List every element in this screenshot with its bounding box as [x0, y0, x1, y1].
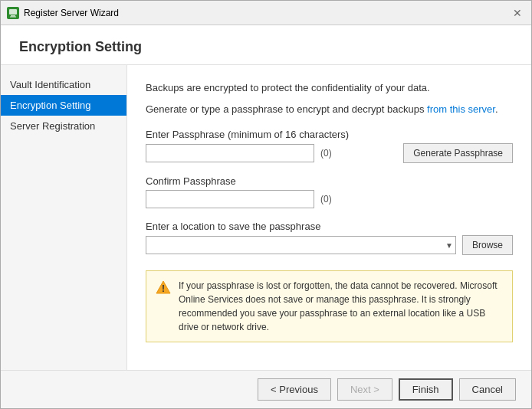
browse-button[interactable]: Browse — [462, 235, 513, 255]
cancel-button[interactable]: Cancel — [459, 378, 516, 401]
info-line-2-highlight: from this server — [427, 103, 495, 115]
svg-rect-2 — [10, 16, 16, 17]
title-bar-text: Register Server Wizard — [24, 8, 510, 18]
dialog-header: Encryption Setting — [1, 25, 531, 65]
next-button[interactable]: Next > — [337, 378, 392, 401]
generate-passphrase-button[interactable]: Generate Passphrase — [403, 143, 513, 163]
location-select[interactable] — [146, 236, 456, 254]
sidebar-item-vault-identification[interactable]: Vault Identification — [1, 74, 126, 95]
page-title: Encryption Setting — [19, 39, 513, 55]
confirm-passphrase-row: (0) — [146, 190, 513, 208]
dialog-body: Encryption Setting Vault Identification … — [1, 25, 531, 408]
sidebar-item-encryption-setting[interactable]: Encryption Setting — [1, 95, 126, 116]
main-panel: Backups are encrypted to protect the con… — [127, 65, 531, 370]
confirm-passphrase-label: Confirm Passphrase — [146, 175, 513, 187]
dialog-window: Register Server Wizard ✕ Encryption Sett… — [0, 0, 532, 409]
location-group: Enter a location to save the passphrase … — [146, 221, 513, 255]
sidebar: Vault Identification Encryption Setting … — [1, 65, 127, 370]
svg-text:!: ! — [162, 283, 165, 294]
warning-box: ! If your passphrase is lost or forgotte… — [146, 270, 513, 342]
passphrase-input[interactable] — [146, 144, 314, 162]
location-row: ▼ Browse — [146, 235, 513, 255]
finish-button[interactable]: Finish — [399, 378, 453, 401]
info-line-2-start: Generate or type a passphrase to encrypt… — [146, 103, 427, 115]
close-button[interactable]: ✕ — [510, 5, 525, 21]
svg-rect-0 — [9, 9, 17, 15]
app-icon — [7, 7, 19, 19]
confirm-passphrase-group: Confirm Passphrase (0) — [146, 175, 513, 208]
confirm-passphrase-input[interactable] — [146, 190, 314, 208]
passphrase-group: Enter Passphrase (minimum of 16 characte… — [146, 129, 513, 163]
passphrase-label: Enter Passphrase (minimum of 16 characte… — [146, 129, 513, 140]
dialog-footer: < Previous Next > Finish Cancel — [1, 370, 531, 408]
info-line-1: Backups are encrypted to protect the con… — [146, 80, 513, 96]
warning-icon: ! — [156, 280, 171, 295]
info-line-2: Generate or type a passphrase to encrypt… — [146, 102, 513, 117]
passphrase-char-count: (0) — [320, 148, 332, 159]
location-label: Enter a location to save the passphrase — [146, 221, 513, 232]
title-bar: Register Server Wizard ✕ — [1, 1, 531, 25]
previous-button[interactable]: < Previous — [258, 378, 331, 401]
sidebar-item-server-registration[interactable]: Server Registration — [1, 116, 126, 136]
confirm-char-count: (0) — [320, 194, 332, 204]
location-select-wrapper: ▼ — [146, 236, 456, 254]
passphrase-row: (0) Generate Passphrase — [146, 143, 513, 163]
warning-text: If your passphrase is lost or forgotten,… — [179, 279, 503, 334]
dialog-content: Vault Identification Encryption Setting … — [1, 65, 531, 370]
info-line-2-end: . — [495, 103, 498, 115]
svg-rect-1 — [11, 15, 15, 17]
